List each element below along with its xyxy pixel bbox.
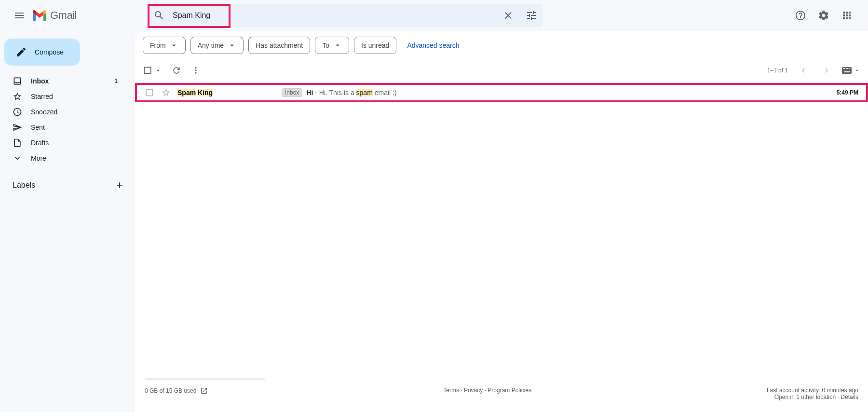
svg-rect-3 xyxy=(846,68,847,69)
older-button[interactable] xyxy=(819,63,834,78)
main-menu-button[interactable] xyxy=(8,4,31,27)
svg-rect-2 xyxy=(844,68,845,69)
select-all-checkbox[interactable] xyxy=(143,66,162,75)
labels-title: Labels xyxy=(13,181,35,190)
storage-progress xyxy=(145,378,265,380)
pencil-icon xyxy=(15,46,27,58)
compose-button[interactable]: Compose xyxy=(4,39,80,66)
sidebar-item-label: Inbox xyxy=(31,77,114,85)
refresh-button[interactable] xyxy=(172,66,181,75)
search-button[interactable] xyxy=(148,4,171,27)
sidebar-item-inbox[interactable]: Inbox 1 xyxy=(0,73,127,89)
storage-text: 0 GB of 15 GB used xyxy=(145,387,196,394)
privacy-link[interactable]: Privacy xyxy=(464,387,483,394)
sidebar-item-label: Snoozed xyxy=(31,108,122,116)
send-icon xyxy=(13,123,22,132)
footer: 0 GB of 15 GB used Terms · Privacy · Pro… xyxy=(135,372,868,412)
add-label-button[interactable] xyxy=(114,179,125,191)
more-actions-button[interactable] xyxy=(191,66,201,75)
sidebar-item-label: More xyxy=(31,154,122,162)
sidebar-item-sent[interactable]: Sent xyxy=(0,120,127,135)
terms-link[interactable]: Terms xyxy=(443,387,459,394)
policies-link[interactable]: Program Policies xyxy=(488,387,531,394)
support-button[interactable] xyxy=(791,6,810,25)
search-icon xyxy=(153,10,165,21)
sidebar-item-more[interactable]: More xyxy=(0,151,127,166)
dropdown-icon xyxy=(854,67,860,74)
star-outline-icon xyxy=(161,88,171,97)
filter-label: Has attachment xyxy=(256,41,303,49)
dropdown-icon xyxy=(333,41,342,50)
email-row[interactable]: Spam King Inbox Hi - Hi. This is a spam … xyxy=(135,83,868,102)
sidebar-item-snoozed[interactable]: Snoozed xyxy=(0,104,127,120)
toolbar-left xyxy=(143,66,201,75)
sidebar-item-label: Drafts xyxy=(31,139,122,147)
header: Gmail xyxy=(0,0,868,31)
checkbox-icon xyxy=(143,66,152,75)
compose-label: Compose xyxy=(35,48,64,56)
row-checkbox[interactable] xyxy=(145,88,154,97)
input-tools-button[interactable] xyxy=(842,67,860,74)
sidebar-item-label: Sent xyxy=(31,124,122,131)
inbox-icon xyxy=(13,76,22,86)
gmail-logo[interactable]: Gmail xyxy=(33,9,77,22)
dropdown-icon xyxy=(154,67,162,74)
labels-header: Labels xyxy=(0,178,135,193)
activity-text: Last account activity: 0 minutes ago xyxy=(767,387,858,394)
open-location-link[interactable]: Open in 1 other location xyxy=(774,394,836,400)
svg-rect-6 xyxy=(844,71,850,72)
newer-button[interactable] xyxy=(796,63,811,78)
filter-from[interactable]: From xyxy=(143,37,186,54)
filter-attachment[interactable]: Has attachment xyxy=(248,37,310,54)
close-icon xyxy=(502,10,514,21)
search-clear-button[interactable] xyxy=(497,4,520,27)
main-panel: From Any time Has attachment To Is unrea… xyxy=(135,31,868,412)
content: Compose Inbox 1 Starred Snoozed Sent Dra… xyxy=(0,31,868,412)
sidebar-item-drafts[interactable]: Drafts xyxy=(0,135,127,151)
search-input[interactable] xyxy=(171,11,497,20)
row-time: 5:49 PM xyxy=(837,89,858,96)
filter-anytime[interactable]: Any time xyxy=(190,37,244,54)
search-options-button[interactable] xyxy=(520,4,543,27)
apps-button[interactable] xyxy=(837,6,856,25)
filter-label: Any time xyxy=(198,41,224,49)
settings-button[interactable] xyxy=(814,6,833,25)
menu-icon xyxy=(14,10,25,21)
checkbox-icon xyxy=(145,88,154,97)
footer-links: Terms · Privacy · Program Policies xyxy=(443,387,531,394)
toolbar: 1–1 of 1 xyxy=(135,60,868,83)
row-subject: Hi xyxy=(306,89,313,96)
dropdown-icon xyxy=(228,41,236,50)
open-in-new-icon[interactable] xyxy=(200,387,208,395)
row-content: Inbox Hi - Hi. This is a spam email :) xyxy=(282,88,837,97)
more-vert-icon xyxy=(191,66,201,75)
dropdown-icon xyxy=(170,41,178,50)
svg-rect-1 xyxy=(843,68,844,69)
filter-to[interactable]: To xyxy=(315,37,349,54)
logo-section: Gmail xyxy=(33,9,148,22)
apps-icon xyxy=(841,10,853,21)
sender-highlight: King xyxy=(198,89,213,96)
chevron-down-icon xyxy=(13,153,22,163)
sidebar-item-starred[interactable]: Starred xyxy=(0,89,127,104)
details-link[interactable]: Details xyxy=(841,394,858,400)
pagination-text: 1–1 of 1 xyxy=(767,67,788,74)
filter-label: Is unread xyxy=(361,41,389,49)
row-star-button[interactable] xyxy=(161,88,171,97)
svg-rect-5 xyxy=(849,68,850,69)
filter-label: To xyxy=(322,41,329,49)
filter-unread[interactable]: Is unread xyxy=(354,37,396,54)
plus-icon xyxy=(115,180,124,190)
chevron-left-icon xyxy=(799,66,808,75)
footer-activity: Last account activity: 0 minutes ago Ope… xyxy=(767,387,858,400)
chevron-right-icon xyxy=(822,66,831,75)
search-filters: From Any time Has attachment To Is unrea… xyxy=(135,31,868,60)
help-icon xyxy=(795,10,806,21)
row-sender: Spam King xyxy=(177,89,282,96)
toolbar-right: 1–1 of 1 xyxy=(767,63,860,78)
tune-icon xyxy=(526,10,537,21)
svg-rect-4 xyxy=(847,68,848,69)
inbox-label-chip[interactable]: Inbox xyxy=(282,88,302,97)
sender-highlight: Spam xyxy=(177,89,196,96)
advanced-search-link[interactable]: Advanced search xyxy=(407,41,459,49)
